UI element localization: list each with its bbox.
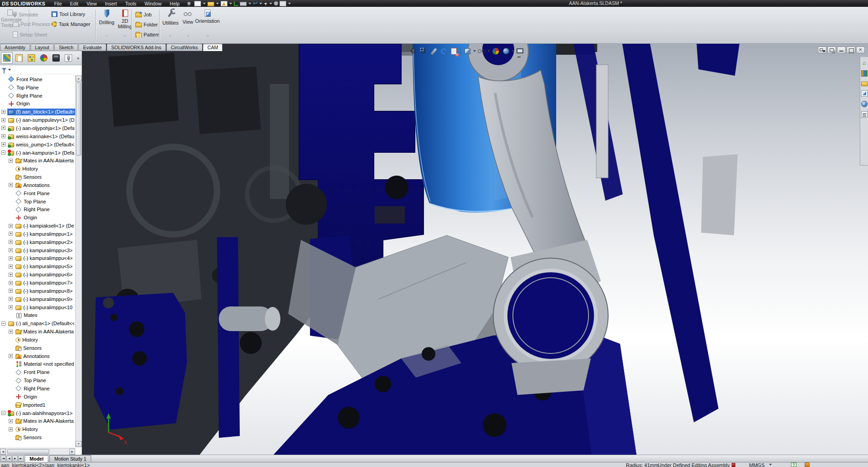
tree-item[interactable]: +weiss_pump<1> (Default<	[0, 140, 75, 149]
caret-down-icon[interactable]	[769, 464, 772, 466]
expander-icon[interactable]: +	[1, 118, 5, 122]
tab-circuitworks[interactable]: CircuitWorks	[166, 44, 202, 51]
resources-icon[interactable]: ⌂	[861, 60, 868, 66]
tree-item[interactable]: +Mates in AAN-Alakerta	[0, 327, 75, 336]
tree-item[interactable]: Right Plane	[0, 384, 75, 393]
job-button[interactable]: Job	[135, 11, 152, 17]
caret-down-icon[interactable]	[269, 3, 272, 5]
design-library-icon[interactable]	[861, 70, 868, 77]
tree-item[interactable]: +(-) kampuralimppu<1>	[0, 230, 75, 238]
cascade-icon[interactable]	[827, 47, 836, 53]
tree-item[interactable]: +(f) aan_block<1> (Default<	[0, 108, 75, 116]
tree-item[interactable]: Origin	[0, 393, 75, 401]
record-macro-icon[interactable]	[274, 1, 278, 5]
tree-item[interactable]: Origin	[0, 213, 75, 222]
caret-down-icon[interactable]	[169, 35, 172, 37]
2d-milling-button[interactable]: 2D Milling	[115, 10, 135, 29]
first-study-icon[interactable]: |◀	[0, 456, 6, 462]
expander-icon[interactable]: +	[9, 265, 13, 269]
expander-icon[interactable]: +	[9, 354, 13, 358]
tree-item[interactable]: +(-) kampuralimppu<5>	[0, 262, 75, 270]
tab-solidworks-add-ins[interactable]: SOLIDWORKS Add-Ins	[107, 44, 166, 51]
configurationmanager-icon[interactable]	[26, 52, 37, 64]
appearances-icon[interactable]	[861, 101, 868, 107]
menu-help[interactable]: Help	[165, 1, 184, 6]
tool-library-button[interactable]: Tool Library	[52, 11, 85, 17]
next-study-icon[interactable]: ▶	[12, 456, 18, 462]
tree-item[interactable]: +Annotations	[0, 181, 75, 189]
tree-item[interactable]: Sensors	[0, 344, 75, 352]
tree-item[interactable]: Top Plane	[0, 376, 75, 384]
tree-item[interactable]: +(-) kampuralimppu<6>	[0, 270, 75, 279]
tree-item[interactable]: +(-) kampuralimppu<9>	[0, 295, 75, 303]
expander-icon[interactable]: +	[9, 281, 13, 285]
expander-icon[interactable]: +	[9, 256, 13, 260]
tree-item[interactable]: Sensors	[0, 173, 75, 181]
filter-icon[interactable]	[2, 68, 6, 71]
caret-down-icon[interactable]	[229, 3, 232, 5]
horizontal-scrollbar[interactable]: ◀ ▶	[0, 448, 75, 455]
scroll-left-icon[interactable]: ◀	[0, 449, 6, 455]
expander-icon[interactable]: +	[1, 110, 5, 114]
expander-icon[interactable]: +	[9, 273, 13, 277]
open-icon[interactable]	[207, 2, 214, 6]
menu-window[interactable]: Window	[140, 1, 165, 6]
expander-icon[interactable]: +	[9, 427, 13, 431]
quick-tips-icon[interactable]: ?	[791, 462, 796, 467]
scrollbar-thumb[interactable]	[76, 83, 81, 156]
tree-item[interactable]: +Annotations	[0, 352, 75, 360]
undo-icon[interactable]: ↩	[253, 1, 258, 6]
expander-icon[interactable]: +	[9, 419, 13, 423]
tab-cam[interactable]: CAM	[203, 44, 222, 51]
tree-item[interactable]: +(-) kampuralimppu<2>	[0, 238, 75, 246]
reference-axes-icon[interactable]	[234, 1, 238, 6]
print-icon[interactable]	[240, 2, 247, 6]
view-orientation-icon[interactable]	[463, 47, 472, 56]
tree-item[interactable]: +(-) kampuralimppu<8>	[0, 287, 75, 295]
expander-icon[interactable]: +	[9, 224, 13, 228]
caret-down-icon[interactable]	[187, 35, 190, 37]
tab-layout[interactable]: Layout	[31, 44, 54, 51]
caret-down-icon[interactable]	[124, 35, 126, 37]
vertical-scrollbar[interactable]: ▲ ▼	[75, 75, 82, 447]
zoom-fit-icon[interactable]	[409, 47, 418, 56]
tree-item[interactable]: +History	[0, 425, 75, 433]
caret-down-icon[interactable]	[203, 3, 206, 5]
tree-item[interactable]: +(-) aan-sumppulevy<1> (D	[0, 116, 75, 124]
expander-icon[interactable]: +	[1, 142, 5, 146]
caret-down-icon[interactable]	[473, 50, 476, 52]
utilities-button[interactable]: Utilities	[160, 10, 181, 26]
expander-icon[interactable]: −	[1, 322, 5, 326]
graphics-area[interactable]: X	[82, 44, 868, 455]
featuremanager-tree-icon[interactable]	[1, 52, 13, 64]
caret-down-icon[interactable]	[216, 3, 219, 5]
tab-assembly[interactable]: Assembly	[0, 44, 30, 51]
tree-item[interactable]: History	[0, 336, 75, 344]
panel-overflow-chevron[interactable]: »	[75, 56, 81, 61]
caret-down-icon[interactable]	[288, 3, 291, 5]
edit-appearance-icon[interactable]	[450, 47, 458, 56]
close-icon[interactable]	[856, 47, 865, 53]
tree-item[interactable]: −(-) aan-alahihnapyora<1>	[0, 409, 75, 417]
section-view-icon[interactable]	[439, 47, 448, 56]
minimize-icon[interactable]	[837, 47, 846, 53]
tree-item[interactable]: +(-) kampuralimppu<10	[0, 303, 75, 311]
caret-down-icon[interactable]	[487, 50, 490, 52]
post-process-button[interactable]: Post Process	[13, 21, 50, 27]
expander-icon[interactable]: +	[9, 159, 13, 163]
setup-sheet-button[interactable]: Setup Sheet	[13, 31, 47, 37]
expander-icon[interactable]: +	[1, 126, 5, 130]
appearances-wheel-icon[interactable]	[491, 47, 500, 56]
tree-item[interactable]: Front Plane	[0, 189, 75, 197]
display-style-icon[interactable]	[477, 47, 486, 56]
caret-down-icon[interactable]	[248, 3, 251, 5]
file-explorer-icon[interactable]	[861, 82, 868, 86]
tab-evaluate[interactable]: Evaluate	[78, 44, 106, 51]
simulate-button[interactable]: Simulate	[13, 11, 38, 17]
propertymanager-icon[interactable]	[13, 52, 25, 64]
view-settings-icon[interactable]	[516, 47, 524, 56]
tree-item[interactable]: Right Plane	[0, 92, 75, 100]
tree-item[interactable]: History	[0, 165, 75, 173]
menu-edit[interactable]: Edit	[66, 1, 83, 6]
caret-down-icon[interactable]	[259, 3, 262, 5]
